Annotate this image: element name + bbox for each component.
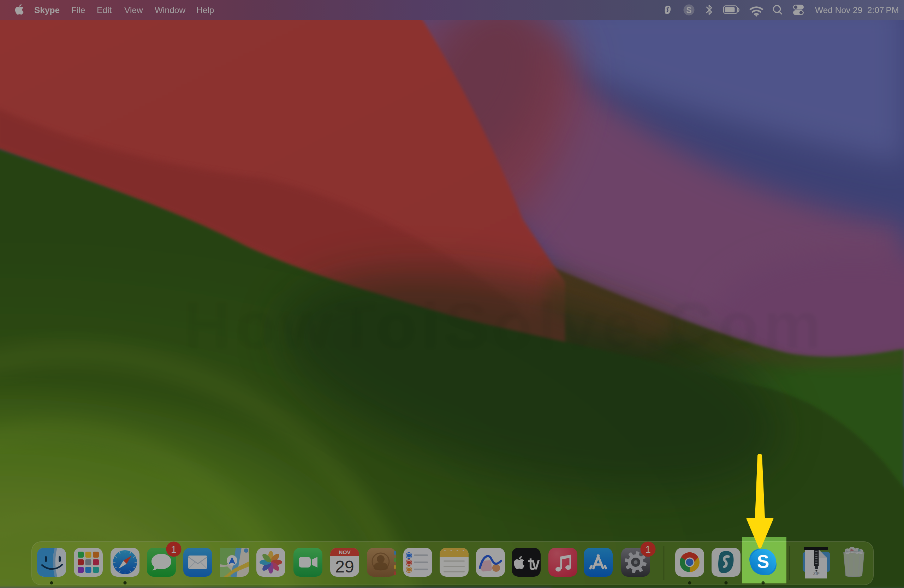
svg-text:S: S xyxy=(757,551,770,572)
